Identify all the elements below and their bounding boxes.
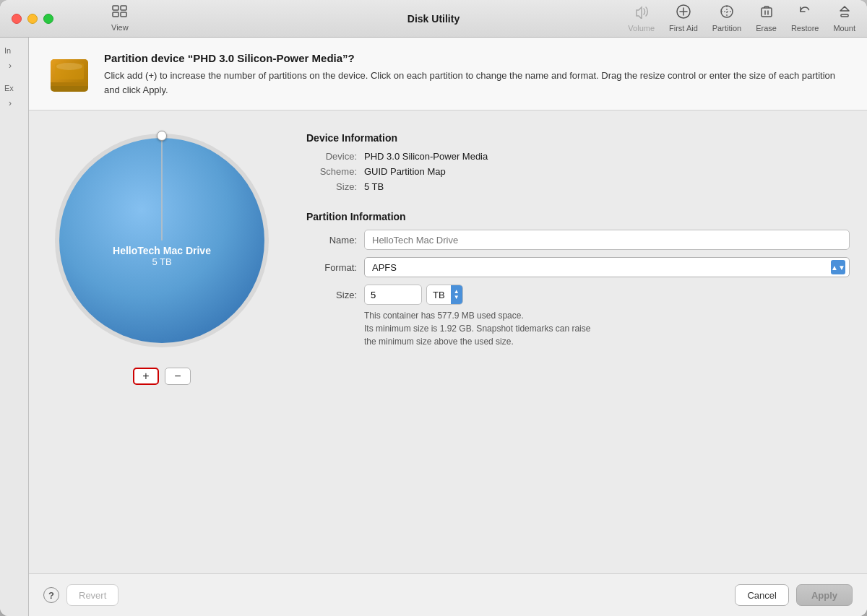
partition-controls: + − (133, 368, 191, 385)
partition-dialog: Partition device “PHD 3.0 Silicon-Power … (29, 38, 867, 616)
sidebar-ex: Ex (0, 81, 28, 95)
revert-button[interactable]: Revert (66, 584, 118, 606)
partition-info-section: Partition Information Name: Format: APFS (306, 211, 850, 348)
partition-button[interactable]: Partition (712, 4, 741, 32)
size-note: This container has 577.9 MB used space. … (364, 309, 850, 348)
main-window: View Disk Utility Volume (0, 0, 867, 616)
pie-container: HelloTech Mac Drive 5 TB (46, 125, 277, 356)
sidebar-info: In (0, 43, 28, 58)
name-field-row: Name: (306, 230, 850, 250)
cancel-button[interactable]: Cancel (735, 584, 788, 606)
view-button[interactable]: View (111, 5, 129, 32)
unit-arrows[interactable]: ▲ ▼ (451, 285, 462, 304)
restore-button[interactable]: Restore (791, 4, 819, 32)
size-value: 5 TB (364, 181, 384, 192)
svg-rect-1 (113, 12, 118, 17)
dialog-overlay: Partition device “PHD 3.0 Silicon-Power … (29, 38, 867, 616)
traffic-lights (12, 14, 53, 24)
info-panel: Device Information Device: PHD 3.0 Silic… (306, 125, 850, 559)
mount-button[interactable]: Mount (833, 4, 855, 32)
erase-label: Erase (756, 24, 777, 32)
dialog-title: Partition device “PHD 3.0 Silicon-Power … (104, 52, 850, 64)
titlebar-center: Disk Utility (407, 13, 460, 25)
svg-rect-6 (762, 8, 772, 17)
format-select-wrap: APFS Mac OS Extended (Journaled) Mac OS … (364, 257, 850, 277)
svg-rect-2 (121, 6, 126, 10)
erase-icon (759, 4, 774, 22)
device-info-section: Device Information Device: PHD 3.0 Silic… (306, 132, 850, 196)
toolbar-left: View (111, 5, 129, 32)
scheme-label: Scheme: (306, 166, 357, 177)
sidebar: In › Ex › (0, 38, 29, 616)
device-info-title: Device Information (306, 132, 850, 144)
svg-rect-0 (113, 6, 118, 10)
sidebar-expand[interactable]: › (0, 95, 28, 111)
unit-stepper[interactable]: TB ▲ ▼ (426, 285, 463, 305)
unit-label: TB (427, 290, 451, 300)
add-partition-button[interactable]: + (133, 368, 159, 385)
size-field-label: Size: (306, 290, 357, 300)
restore-icon (798, 4, 812, 22)
partition-pie-chart (46, 125, 277, 356)
format-field-row: Format: APFS Mac OS Extended (Journaled)… (306, 257, 850, 277)
format-select[interactable]: APFS Mac OS Extended (Journaled) Mac OS … (364, 257, 850, 277)
size-label: Size: (306, 181, 357, 192)
view-icon (112, 5, 128, 22)
window-title: Disk Utility (407, 13, 460, 25)
first-aid-label: First Aid (669, 24, 698, 32)
help-button[interactable]: ? (43, 587, 59, 603)
view-label: View (111, 23, 129, 32)
mount-icon (837, 4, 852, 22)
dialog-footer: ? Revert Cancel Apply (29, 573, 867, 616)
toolbar-items: Volume First Aid Partiti (628, 4, 855, 32)
name-input[interactable] (364, 230, 850, 250)
volume-icon (634, 4, 650, 22)
restore-label: Restore (791, 24, 819, 32)
size-input[interactable] (364, 285, 422, 305)
device-row: Device: PHD 3.0 Silicon-Power Media (306, 151, 850, 162)
device-label: Device: (306, 151, 357, 162)
size-field-row: Size: TB ▲ ▼ (306, 285, 850, 305)
footer-left: ? Revert (43, 584, 118, 606)
minimize-button[interactable] (27, 14, 38, 24)
partition-label: Partition (712, 24, 741, 32)
dialog-header-text: Partition device “PHD 3.0 Silicon-Power … (104, 52, 850, 97)
mount-label: Mount (833, 24, 855, 32)
svg-point-13 (56, 63, 82, 70)
resize-handle[interactable] (157, 131, 167, 141)
unit-down-arrow: ▼ (454, 295, 460, 300)
apply-button[interactable]: Apply (796, 584, 853, 606)
titlebar: View Disk Utility Volume (0, 0, 867, 38)
size-row: Size: 5 TB (306, 181, 850, 192)
pie-area: HelloTech Mac Drive 5 TB + − (46, 125, 277, 559)
main-content: In › Ex › (0, 38, 867, 616)
partition-icon (720, 4, 734, 22)
first-aid-button[interactable]: First Aid (669, 4, 698, 32)
remove-partition-button[interactable]: − (165, 368, 191, 385)
device-value: PHD 3.0 Silicon-Power Media (364, 151, 488, 162)
disk-icon (46, 52, 92, 98)
maximize-button[interactable] (43, 14, 53, 24)
dialog-header: Partition device “PHD 3.0 Silicon-Power … (29, 38, 867, 110)
svg-rect-3 (121, 12, 126, 17)
sidebar-chevron[interactable]: › (0, 58, 28, 74)
dialog-description: Click add (+) to increase the number of … (104, 69, 850, 97)
scheme-value: GUID Partition Map (364, 166, 446, 177)
partition-info-title: Partition Information (306, 211, 850, 222)
footer-right: Cancel Apply (735, 584, 853, 606)
volume-button[interactable]: Volume (628, 4, 655, 32)
dialog-body: HelloTech Mac Drive 5 TB + − (29, 110, 867, 573)
volume-label: Volume (628, 24, 655, 32)
name-field-label: Name: (306, 235, 357, 246)
scheme-row: Scheme: GUID Partition Map (306, 166, 850, 177)
first-aid-icon (676, 4, 691, 22)
erase-button[interactable]: Erase (756, 4, 777, 32)
close-button[interactable] (12, 14, 22, 24)
svg-rect-7 (841, 14, 848, 17)
format-field-label: Format: (306, 262, 357, 273)
